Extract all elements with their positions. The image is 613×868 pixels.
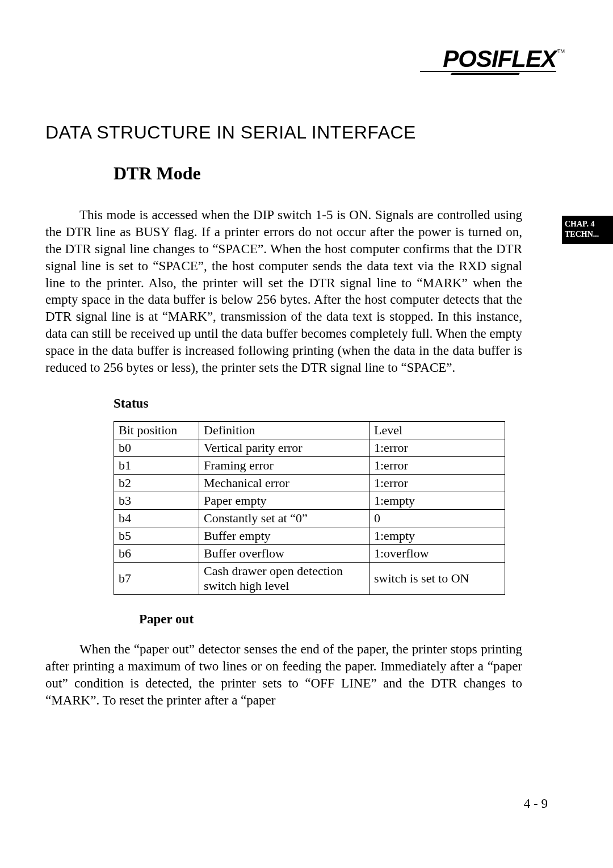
table-cell: b1 [114,456,199,474]
table-cell: 1:empty [370,492,505,509]
table-cell: Vertical parity error [199,439,370,456]
table-row: b2 Mechanical error 1:error [114,474,505,492]
table-cell: 1:error [370,439,505,456]
table-cell: b4 [114,509,199,527]
table-cell: Buffer overflow [199,544,370,562]
table-header-cell: Level [370,421,505,439]
table-header-cell: Definition [199,421,370,439]
table-header-row: Bit position Definition Level [114,421,505,439]
logo-underline [420,71,556,72]
main-heading: DATA STRUCTURE IN SERIAL INTERFACE [45,122,522,143]
table-row: b4 Constantly set at “0” 0 [114,509,505,527]
chapter-tab: CHAP. 4 TECHN... [562,216,613,244]
table-cell: 1:overflow [370,544,505,562]
table-cell: 1:empty [370,527,505,544]
table-cell: Framing error [199,456,370,474]
page-content: DATA STRUCTURE IN SERIAL INTERFACE DTR M… [45,122,522,726]
logo-swoosh [451,73,520,75]
chapter-tab-line2: TECHN... [565,229,610,240]
table-cell: Constantly set at “0” [199,509,370,527]
table-cell: Buffer empty [199,527,370,544]
table-cell: Mechanical error [199,474,370,492]
table-cell: b6 [114,544,199,562]
table-row: b6 Buffer overflow 1:overflow [114,544,505,562]
table-header-cell: Bit position [114,421,199,439]
status-heading: Status [114,396,522,411]
dtr-mode-heading: DTR Mode [114,163,522,184]
table-cell: b0 [114,439,199,456]
table-cell: Cash drawer open detection switch high l… [199,562,370,594]
table-cell: switch is set to ON [370,562,505,594]
table-cell: b7 [114,562,199,594]
paper-out-heading: Paper out [139,612,522,627]
table-cell: b5 [114,527,199,544]
status-table: Bit position Definition Level b0 Vertica… [114,421,505,595]
brand-logo: POSIFLEX [443,45,556,73]
page-number: 4 - 9 [524,796,548,811]
table-row: b1 Framing error 1:error [114,456,505,474]
table-cell: 0 [370,509,505,527]
trademark-symbol: TM [557,48,565,54]
paper-out-paragraph: When the “paper out” detector senses the… [45,641,522,709]
table-row: b0 Vertical parity error 1:error [114,439,505,456]
table-row: b5 Buffer empty 1:empty [114,527,505,544]
chapter-tab-line1: CHAP. 4 [565,219,610,229]
table-cell: b3 [114,492,199,509]
table-cell: Paper empty [199,492,370,509]
table-cell: b2 [114,474,199,492]
table-row: b7 Cash drawer open detection switch hig… [114,562,505,594]
table-cell: 1:error [370,474,505,492]
table-cell: 1:error [370,456,505,474]
dtr-mode-paragraph: This mode is accessed when the DIP switc… [45,207,522,376]
table-row: b3 Paper empty 1:empty [114,492,505,509]
